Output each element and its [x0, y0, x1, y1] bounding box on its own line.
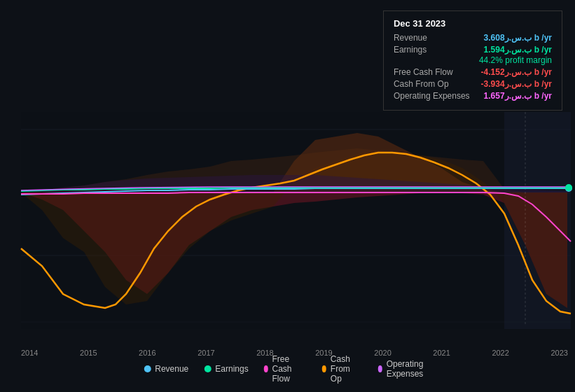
x-label-2021: 2021 [433, 349, 450, 357]
tooltip-date: Dec 31 2023 [394, 18, 552, 29]
legend-dot-earnings [204, 365, 211, 372]
tooltip-fcf-value: -4.152ب.س.ر b /yr [481, 67, 552, 77]
legend-item-earnings: Earnings [204, 364, 248, 374]
legend-item-revenue: Revenue [144, 364, 188, 374]
tooltip-cfo-value: -3.934ب.س.ر b /yr [481, 79, 552, 89]
tooltip-profit-margin: 44.2% profit margin [394, 55, 552, 65]
legend-dot-revenue [144, 365, 151, 372]
legend-item-fcf: Free Cash Flow [264, 354, 307, 384]
chart-legend: Revenue Earnings Free Cash Flow Cash Fro… [144, 354, 431, 384]
tooltip-cfo-row: Cash From Op -3.934ب.س.ر b /yr [394, 79, 552, 89]
x-label-2014: 2014 [21, 349, 38, 357]
data-tooltip: Dec 31 2023 Revenue 3.608ب.س.ر b /yr Ear… [383, 10, 562, 111]
tooltip-revenue-label: Revenue [394, 33, 427, 43]
tooltip-opex-label: Operating Expenses [394, 91, 470, 101]
legend-label-fcf: Free Cash Flow [272, 354, 307, 384]
tooltip-revenue-value: 3.608ب.س.ر b /yr [484, 33, 552, 43]
tooltip-earnings-label: Earnings [394, 45, 427, 55]
tooltip-earnings-row: Earnings 1.594ب.س.ر b /yr [394, 45, 552, 55]
legend-label-opex: Operating Expenses [387, 359, 431, 379]
x-label-2015: 2015 [80, 349, 97, 357]
tooltip-revenue-row: Revenue 3.608ب.س.ر b /yr [394, 33, 552, 43]
x-label-2022: 2022 [492, 349, 508, 357]
legend-label-earnings: Earnings [215, 364, 248, 374]
tooltip-cfo-label: Cash From Op [394, 79, 449, 89]
tooltip-earnings-value: 1.594ب.س.ر b /yr [484, 45, 552, 55]
legend-label-revenue: Revenue [155, 364, 188, 374]
legend-item-cfo: Cash From Op [322, 354, 363, 384]
svg-point-9 [565, 184, 572, 191]
tooltip-fcf-row: Free Cash Flow -4.152ب.س.ر b /yr [394, 67, 552, 77]
legend-label-cfo: Cash From Op [331, 354, 363, 384]
legend-dot-opex [378, 365, 382, 372]
legend-dot-cfo [322, 365, 326, 372]
tooltip-opex-row: Operating Expenses 1.657ب.س.ر b /yr [394, 91, 552, 101]
legend-item-opex: Operating Expenses [378, 359, 431, 379]
legend-dot-fcf [264, 365, 268, 372]
x-label-2023: 2023 [550, 349, 567, 357]
tooltip-opex-value: 1.657ب.س.ر b /yr [484, 91, 552, 101]
tooltip-fcf-label: Free Cash Flow [394, 67, 453, 77]
